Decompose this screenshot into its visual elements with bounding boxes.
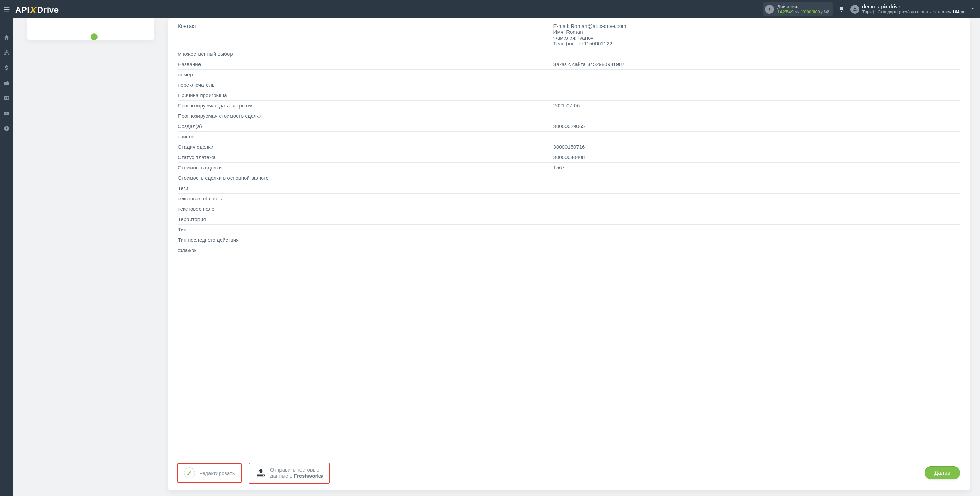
logo-x: X (30, 4, 37, 16)
field-row: Создал(а)30000029065 (178, 121, 960, 132)
field-label: Теги (178, 185, 554, 191)
nav-work[interactable] (0, 76, 13, 90)
content: КонтактE-mail: Roman@apix-drive.comИмя: … (13, 18, 980, 496)
sitemap-icon (3, 49, 10, 56)
send-line2: данные в Freshworks (270, 473, 323, 480)
field-value: 1567 (554, 165, 960, 170)
svg-rect-0 (5, 7, 10, 8)
field-row: текстовое поле (178, 204, 960, 214)
field-row: Стоимость сделки в основной валюте (178, 173, 960, 183)
svg-rect-9 (7, 97, 9, 98)
field-label: Тип последнего действия (178, 237, 554, 243)
user-menu[interactable]: demo_apix-drive Тариф |Стандарт| (new) д… (850, 3, 977, 15)
field-row: Тип последнего действия (178, 235, 960, 245)
next-button[interactable]: Далее (924, 466, 960, 480)
field-label: Прогнозируемая стоимость сделки (178, 113, 554, 119)
svg-rect-4 (6, 50, 8, 52)
info-icon: i (765, 5, 774, 14)
field-label: Стоимость сделки в основной валюте (178, 175, 554, 181)
field-row: Прогнозируемая стоимость сделки (178, 111, 960, 121)
field-label: Прогнозируемая дата закрытия (178, 103, 554, 108)
send-test-button[interactable]: Отправить тестовые данные в Freshworks (250, 463, 329, 483)
menu-toggle[interactable] (0, 2, 14, 16)
field-label: Территория (178, 216, 554, 222)
notifications-button[interactable] (835, 3, 848, 16)
svg-point-8 (5, 97, 6, 99)
send-line1: Отправить тестовые (270, 467, 323, 473)
status-dot (91, 33, 97, 40)
field-label: Стадия сделки (178, 144, 554, 150)
field-row: Прогнозируемая дата закрытия2021-07-06 (178, 100, 960, 111)
nav-billing[interactable] (0, 61, 13, 75)
field-label: флажок (178, 247, 554, 253)
upload-icon (256, 468, 266, 478)
svg-point-3 (854, 7, 856, 9)
dollar-icon (3, 65, 10, 71)
logo[interactable]: APIXDrive (15, 3, 59, 15)
avatar (850, 5, 859, 14)
person-icon (852, 6, 858, 12)
field-row: переключатель (178, 80, 960, 90)
field-label: Стоимость сделки (178, 165, 554, 170)
field-row: КонтактE-mail: Roman@apix-drive.comИмя: … (178, 21, 960, 49)
user-tariff: Тариф |Стандарт| (new) до оплаты осталос… (862, 10, 966, 15)
nav-contacts[interactable] (0, 91, 13, 105)
field-label: переключатель (178, 82, 554, 88)
field-value: 30000150716 (554, 144, 960, 150)
topbar: APIXDrive i Действия: 142'549 из 1'000'0… (0, 0, 980, 18)
home-icon (3, 35, 10, 41)
field-row: текстовая область (178, 194, 960, 204)
field-label: Название (178, 61, 554, 67)
field-label: Создал(а) (178, 123, 554, 129)
svg-rect-1 (5, 9, 10, 10)
field-value: 30000040408 (554, 154, 960, 160)
nav-video[interactable] (0, 107, 13, 120)
logo-api: API (15, 5, 30, 15)
field-value: E-mail: Roman@apix-drive.comИмя: RomanФа… (554, 23, 960, 46)
chevron-down-icon (970, 6, 975, 12)
left-nav (0, 18, 13, 496)
svg-rect-14 (262, 475, 264, 476)
field-value: Заказ с сайта 3452980981987 (554, 61, 960, 67)
field-row: Причина проигрыша (178, 90, 960, 100)
nav-home[interactable] (0, 31, 13, 45)
hamburger-icon (3, 6, 10, 13)
id-card-icon (3, 95, 10, 101)
field-row: Статус платежа30000040408 (178, 152, 960, 162)
card-footer: Редактировать Отправить тестовые данные … (168, 457, 970, 491)
field-value: 30000029065 (554, 123, 960, 129)
field-row: флажок (178, 245, 960, 255)
field-list[interactable]: КонтактE-mail: Roman@apix-drive.comИмя: … (168, 18, 970, 457)
svg-rect-10 (7, 98, 9, 99)
field-row: Теги (178, 183, 960, 194)
logo-drive: Drive (37, 5, 59, 15)
field-row: Территория (178, 214, 960, 224)
field-label: номер (178, 72, 554, 78)
briefcase-icon (3, 80, 10, 86)
field-row: Стоимость сделки1567 (178, 162, 960, 173)
edit-button[interactable]: Редактировать (178, 464, 241, 482)
field-value: 2021-07-06 (554, 103, 960, 108)
field-label: Тип (178, 227, 554, 232)
field-label: Статус платежа (178, 154, 554, 160)
field-label: множественный выбор (178, 51, 554, 57)
nav-connections[interactable] (0, 46, 13, 60)
field-row: список (178, 132, 960, 142)
field-row: Тип (178, 224, 960, 235)
pencil-icon (184, 467, 195, 479)
user-name: demo_apix-drive (862, 3, 966, 10)
nav-help[interactable] (0, 122, 13, 135)
help-icon (3, 126, 10, 132)
field-label: Контакт (178, 23, 554, 29)
field-label: текстовая область (178, 196, 554, 202)
actions-values: 142'549 из 1'000'000 (14! (777, 9, 829, 15)
edit-label: Редактировать (199, 470, 235, 476)
field-row: номер (178, 70, 960, 80)
field-label: Причина проигрыша (178, 92, 554, 98)
field-label: текстовое поле (178, 206, 554, 212)
field-row: Стадия сделки30000150716 (178, 142, 960, 152)
field-row: НазваниеЗаказ с сайта 3452980981987 (178, 59, 960, 70)
svg-rect-5 (4, 54, 6, 55)
svg-rect-6 (8, 54, 9, 55)
actions-counter[interactable]: i Действия: 142'549 из 1'000'000 (14! (763, 2, 832, 16)
